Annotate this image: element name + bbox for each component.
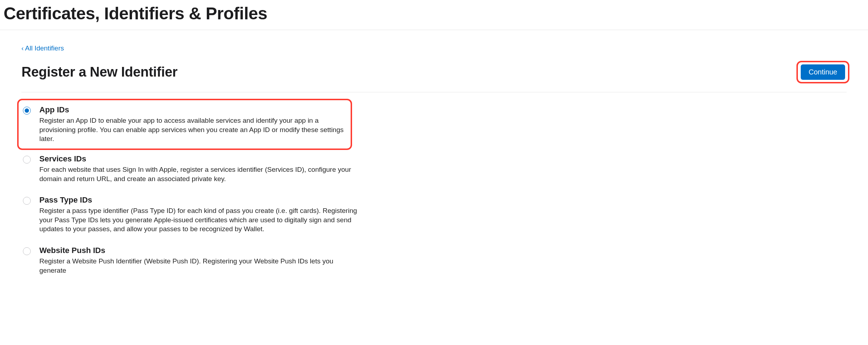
option-title: Services IDs xyxy=(39,154,358,164)
back-link-label: All Identifiers xyxy=(25,44,64,52)
radio-services-ids[interactable] xyxy=(23,156,31,164)
option-text: Pass Type IDs Register a pass type ident… xyxy=(39,195,358,234)
option-pass-type-ids[interactable]: Pass Type IDs Register a pass type ident… xyxy=(21,191,358,242)
continue-button[interactable]: Continue xyxy=(801,64,845,80)
option-title: Pass Type IDs xyxy=(39,195,358,205)
subheader-row: Register a New Identifier Continue xyxy=(21,61,847,92)
main-content: ‹ All Identifiers Register a New Identif… xyxy=(0,30,868,283)
option-text: App IDs Register an App ID to enable you… xyxy=(39,105,347,144)
radio-website-push-ids[interactable] xyxy=(23,247,31,255)
back-link-all-identifiers[interactable]: ‹ All Identifiers xyxy=(21,44,64,52)
option-title: Website Push IDs xyxy=(39,246,358,255)
annotation-app-ids-highlight: App IDs Register an App ID to enable you… xyxy=(17,99,352,150)
option-description: Register an App ID to enable your app to… xyxy=(39,116,347,144)
chevron-left-icon: ‹ xyxy=(21,45,24,52)
identifier-options-list: App IDs Register an App ID to enable you… xyxy=(21,99,847,283)
option-description: Register a Website Push Identifier (Webs… xyxy=(39,257,358,275)
option-website-push-ids[interactable]: Website Push IDs Register a Website Push… xyxy=(21,242,358,283)
option-description: Register a pass type identifier (Pass Ty… xyxy=(39,206,358,234)
radio-pass-type-ids[interactable] xyxy=(23,197,31,205)
option-description: For each website that uses Sign In with … xyxy=(39,165,358,183)
radio-app-ids[interactable] xyxy=(23,107,31,115)
annotation-continue-highlight: Continue xyxy=(796,61,849,83)
option-text: Services IDs For each website that uses … xyxy=(39,154,358,183)
option-app-ids[interactable]: App IDs Register an App ID to enable you… xyxy=(20,103,347,146)
page-subtitle: Register a New Identifier xyxy=(21,64,177,80)
option-title: App IDs xyxy=(39,105,347,115)
option-services-ids[interactable]: Services IDs For each website that uses … xyxy=(21,150,358,191)
option-text: Website Push IDs Register a Website Push… xyxy=(39,246,358,275)
page-title: Certificates, Identifiers & Profiles xyxy=(0,0,868,30)
